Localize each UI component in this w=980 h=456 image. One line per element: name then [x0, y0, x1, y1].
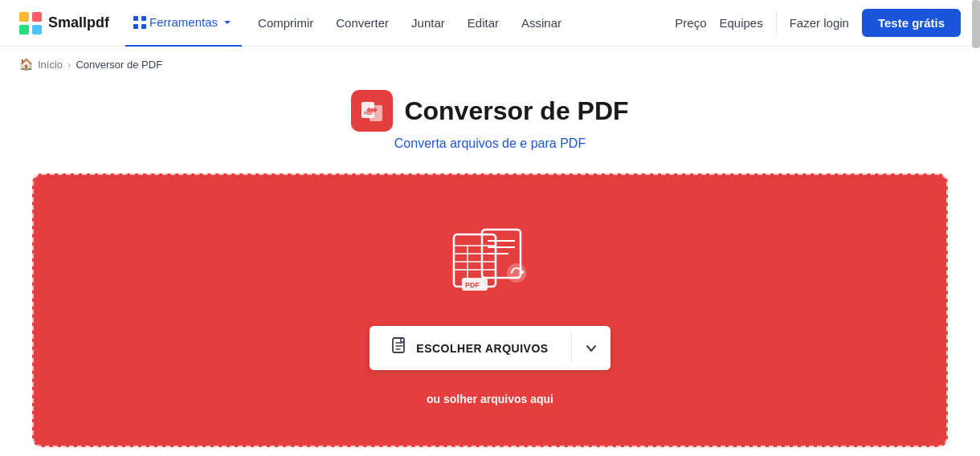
page-title: Conversor de PDF	[404, 96, 628, 126]
dropdown-button[interactable]	[572, 326, 610, 370]
choose-files-label: ESCOLHER ARQUIVOS	[416, 342, 548, 355]
svg-rect-7	[141, 24, 146, 29]
breadcrumb-separator: ›	[67, 59, 71, 71]
nav-preco[interactable]: Preço	[675, 16, 706, 30]
chevron-down-icon	[221, 16, 234, 29]
svg-rect-5	[141, 16, 146, 21]
nav-assinar[interactable]: Assinar	[512, 0, 571, 47]
svg-rect-1	[32, 12, 42, 22]
nav-comprimir[interactable]: Comprimir	[248, 0, 323, 47]
nav-converter[interactable]: Converter	[326, 0, 398, 47]
trial-button[interactable]: Teste grátis	[862, 9, 961, 37]
logo[interactable]: Smallpdf	[19, 12, 109, 35]
ferramentas-menu[interactable]: Ferramentas	[125, 0, 242, 47]
svg-text:PDF: PDF	[465, 281, 480, 289]
svg-rect-2	[19, 25, 29, 35]
file-icon	[392, 337, 408, 359]
nav-divider	[776, 11, 777, 35]
navbar: Smallpdf Ferramentas Comprimir Converter…	[0, 0, 980, 47]
svg-rect-3	[32, 25, 42, 35]
nav-right: Preço Equipes Fazer login Teste grátis	[675, 9, 961, 37]
nav-editar[interactable]: Editar	[458, 0, 508, 47]
breadcrumb-current: Conversor de PDF	[76, 59, 162, 71]
choose-files-wrapper: ESCOLHER ARQUIVOS	[370, 326, 610, 370]
ferramentas-label: Ferramentas	[149, 15, 218, 29]
page-icon-wrap: PDF	[351, 90, 393, 132]
nav-links: Comprimir Converter Juntar Editar Assina…	[248, 0, 675, 47]
nav-juntar[interactable]: Juntar	[402, 0, 455, 47]
chevron-down-icon	[585, 342, 598, 355]
brand-name: Smallpdf	[48, 14, 109, 31]
main-content: PDF Conversor de PDF Converta arquivos d…	[0, 82, 980, 456]
drop-zone[interactable]: PDF ESCOLHER ARQUIVOS	[32, 173, 948, 447]
svg-rect-26	[393, 338, 404, 352]
page-subtitle: Converta arquivos de e para PDF	[394, 136, 586, 151]
svg-rect-6	[133, 24, 138, 29]
home-icon: 🏠	[19, 58, 33, 71]
scrollbar[interactable]	[972, 0, 980, 46]
pdf-illustration: PDF	[438, 223, 542, 303]
grid-icon	[133, 16, 146, 29]
svg-rect-4	[133, 16, 138, 21]
page-header: PDF Conversor de PDF Converta arquivos d…	[351, 90, 628, 151]
nav-login[interactable]: Fazer login	[790, 16, 849, 30]
scrollbar-thumb[interactable]	[972, 0, 980, 48]
nav-equipes[interactable]: Equipes	[719, 16, 762, 30]
choose-files-button[interactable]: ESCOLHER ARQUIVOS	[370, 326, 570, 370]
file-svg-icon	[392, 337, 408, 355]
drop-hint: ou solher arquivos aqui	[427, 393, 553, 405]
svg-rect-0	[19, 12, 29, 22]
page-title-row: PDF Conversor de PDF	[351, 90, 628, 132]
breadcrumb-home[interactable]: Início	[38, 59, 63, 71]
converter-icon: PDF	[360, 99, 384, 123]
breadcrumb: 🏠 Início › Conversor de PDF	[0, 47, 980, 82]
logo-icon	[19, 12, 42, 35]
